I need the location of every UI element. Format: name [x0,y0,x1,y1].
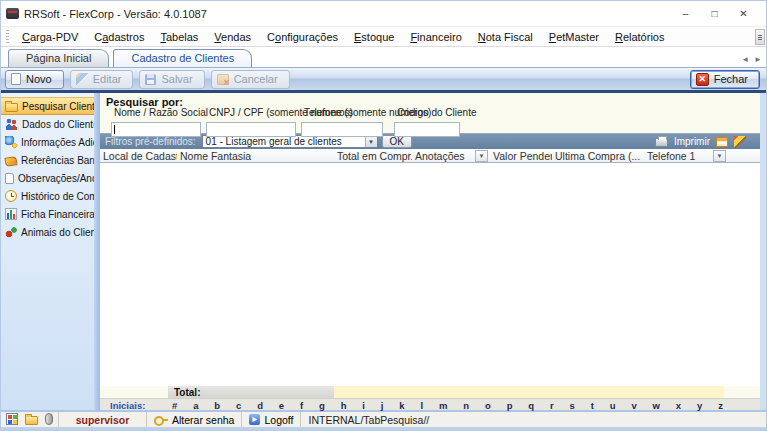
search-field: CNPJ / CPF (somente numeros) [206,107,296,137]
initial-letter-m[interactable]: m [439,400,447,411]
column-header-local-de-cadastro[interactable]: Local de Cadastro ▼ [100,149,177,162]
initial-letter-j[interactable]: j [381,400,384,411]
alterar-senha-button[interactable]: Alterar senha [147,412,242,427]
column-header-anota-es[interactable]: Anotações ▼ [412,149,490,162]
column-header-ultima-compra[interactable]: Ultima Compra (... ▲ ▼ [552,149,644,162]
logoff-button[interactable]: Logoff [242,412,301,427]
initial-letter-r[interactable]: r [550,400,554,411]
column-header-total-em-compr[interactable]: Total em Compr... ▼ [334,149,412,162]
initial-letter-o[interactable]: o [485,400,491,411]
sidebar-item-observa-es-anota-es[interactable]: Observações/Anotações [1,169,94,187]
tab-cadastro-de-clientes[interactable]: Cadastro de Clientes [113,49,252,67]
search-input-codigo-cliente[interactable] [394,122,460,137]
grid-columns-icon[interactable] [716,137,728,147]
application-window: RRSoft - FlexCorp - Versão: 4.0.1087 – □… [0,0,767,431]
menu-configura-es[interactable]: Configurações [259,29,346,45]
tab-scroll-left-icon[interactable]: ◄ [741,55,749,64]
minimize-button[interactable]: – [671,1,700,26]
salvar-button[interactable]: Salvar [139,70,204,89]
cancelar-button[interactable]: Cancelar [211,70,290,89]
initial-letter-f[interactable]: f [300,400,303,411]
initial-letter-z[interactable]: z [718,400,723,411]
initial-letter-i[interactable]: i [362,400,365,411]
novo-button[interactable]: Novo [5,70,64,89]
save-disk-icon [145,74,156,85]
menu-vendas[interactable]: Vendas [206,29,259,45]
logged-user-label: supervisor [59,412,147,427]
initial-letter-h[interactable]: h [341,400,347,411]
column-header-valor-pendente[interactable]: Valor Pendente [490,149,552,162]
tab-scroll-right-icon[interactable]: ► [754,55,762,64]
menu-relat-rios[interactable]: Relatórios [607,29,673,45]
search-input-nome-razao-social[interactable] [111,122,201,137]
main-toolbar: NovoEditarSalvarCancelar Fechar [1,67,766,90]
menu-cadastros[interactable]: Cadastros [86,29,152,45]
search-input-telefone[interactable] [301,122,383,137]
sidebar-item-ficha-financeira[interactable]: Ficha Financeira [1,205,94,223]
search-input-cnpj-cpf[interactable] [206,122,296,137]
initial-letter-t[interactable]: t [591,400,594,411]
edit-layout-icon[interactable] [734,136,746,148]
initial-letter-x[interactable]: x [676,400,681,411]
window-title: RRSoft - FlexCorp - Versão: 4.0.1087 [24,8,207,20]
initial-letter-q[interactable]: q [528,400,534,411]
mouse-icon[interactable] [45,413,53,427]
menu-petmaster[interactable]: PetMaster [541,29,607,45]
sidebar-item-animais-do-cliente[interactable]: Animais do Cliente [1,223,94,241]
menu-nota-fiscal[interactable]: Nota Fiscal [470,29,541,45]
close-button[interactable]: ✕ [729,1,758,26]
initial-letter-g[interactable]: g [319,400,325,411]
sidebar-item-pesquisar-cliente[interactable]: Pesquisar Cliente [1,97,94,115]
initial-letter-hash[interactable]: # [172,400,177,411]
column-header-nome-fantasia[interactable]: Nome Fantasia [177,149,334,162]
sidebar-item-informa-es-adicionais[interactable]: Informações Adicionais [1,133,94,151]
initial-letter-v[interactable]: v [631,400,636,411]
search-field-label: Nome / Razão Social [111,107,201,118]
chevron-down-icon[interactable]: ▼ [365,136,377,147]
initial-letter-n[interactable]: n [463,400,469,411]
search-field: Nome / Razão Social [111,107,201,137]
tab-p-gina-inicial[interactable]: Página Inicial [8,49,109,67]
menu-carga-pdv[interactable]: Carga-PDV [14,29,86,45]
initial-letter-p[interactable]: p [507,400,513,411]
initial-letter-s[interactable]: s [570,400,575,411]
initial-letter-b[interactable]: b [214,400,220,411]
folder-search-icon [5,103,18,112]
initial-letter-c[interactable]: c [236,400,241,411]
app-logo-icon [6,8,19,19]
initials-label: Iniciais: [110,400,145,411]
editar-button[interactable]: Editar [70,70,134,89]
initial-letter-l[interactable]: l [421,400,424,411]
paw-icon [5,226,17,238]
column-filter-dropdown-icon[interactable]: ▼ [713,150,726,162]
initial-letter-e[interactable]: e [279,400,284,411]
initial-letter-k[interactable]: k [399,400,404,411]
history-clock-icon [5,190,17,202]
imprimir-button[interactable]: Imprimir [674,136,710,147]
initial-letter-y[interactable]: y [697,400,702,411]
grid-body [100,163,760,386]
initials-filter-row: Iniciais: #abcdefghijklmnopqrstuvwxyz [100,398,760,410]
menu-estoque[interactable]: Estoque [346,29,402,45]
menu-tabelas[interactable]: Tabelas [152,29,206,45]
column-header-telefone-1[interactable]: Telefone 1 ▼ [644,149,728,162]
search-field-label: Código do Cliente [394,107,460,118]
sidebar-item-dados-do-cliente[interactable]: Dados do Cliente [1,115,94,133]
initial-letter-w[interactable]: w [653,400,660,411]
red-x-icon [696,73,709,86]
menu-financeiro[interactable]: Financeiro [402,29,469,45]
initial-letter-d[interactable]: d [257,400,263,411]
fechar-button[interactable]: Fechar [690,70,760,89]
folder-icon[interactable] [25,413,38,427]
sidebar-item-hist-rico-de-compras[interactable]: Histórico de Compras [1,187,94,205]
maximize-button[interactable]: □ [700,1,729,26]
column-filter-dropdown-icon[interactable]: ▼ [475,150,488,162]
initial-letter-a[interactable]: a [193,400,198,411]
search-field: Telefone (somente numeros) [301,107,383,137]
navigation-sidebar: Pesquisar ClienteDados do ClienteInforma… [1,93,94,410]
menu-overflow-button[interactable] [755,29,765,45]
app-grid-icon[interactable] [6,413,18,427]
info-plus-icon [5,136,17,148]
initial-letter-u[interactable]: u [610,400,616,411]
sidebar-item-refer-ncias-banc[interactable]: Referências Banc. [1,151,94,169]
